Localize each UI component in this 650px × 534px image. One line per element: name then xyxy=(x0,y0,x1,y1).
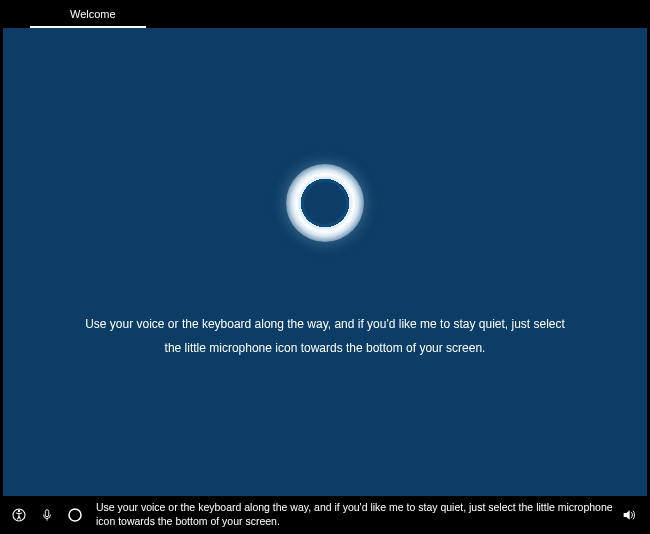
cortana-ring-icon xyxy=(286,164,364,242)
tab-welcome[interactable]: Welcome xyxy=(30,2,146,28)
main-panel: Use your voice or the keyboard along the… xyxy=(3,28,647,496)
accessibility-icon[interactable] xyxy=(10,506,28,524)
tab-bar: Welcome xyxy=(0,0,650,28)
bottom-caption: Use your voice or the keyboard along the… xyxy=(92,501,620,528)
instruction-text: Use your voice or the keyboard along the… xyxy=(85,312,565,360)
bottom-bar: Use your voice or the keyboard along the… xyxy=(0,496,650,534)
bottom-icons-left xyxy=(8,506,92,524)
cortana-icon[interactable] xyxy=(66,506,84,524)
svg-rect-1 xyxy=(45,510,49,517)
svg-point-2 xyxy=(69,509,81,521)
microphone-icon[interactable] xyxy=(38,506,56,524)
bottom-icons-right xyxy=(620,506,642,524)
volume-icon[interactable] xyxy=(620,506,638,524)
